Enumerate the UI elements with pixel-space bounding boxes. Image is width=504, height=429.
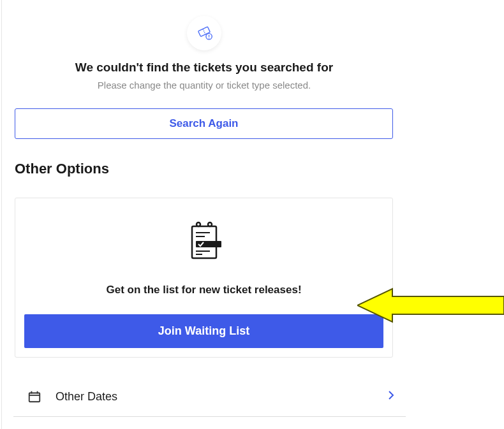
waiting-list-text: Get on the list for new ticket releases!	[24, 284, 383, 296]
clipboard-check-icon	[179, 217, 229, 267]
svg-rect-10	[196, 241, 221, 247]
ticket-icon-circle	[187, 16, 221, 50]
no-tickets-heading: We couldn't find the tickets you searche…	[15, 61, 394, 75]
svg-line-1	[203, 29, 205, 34]
other-dates-label: Other Dates	[56, 390, 388, 404]
svg-point-4	[209, 38, 209, 38]
other-options-title: Other Options	[15, 161, 394, 177]
waiting-list-card: Get on the list for new ticket releases!…	[15, 198, 393, 358]
other-events-link[interactable]: Other Events at Venue	[13, 417, 406, 429]
other-dates-link[interactable]: Other Dates	[13, 377, 406, 417]
no-tickets-subtext: Please change the quantity or ticket typ…	[15, 80, 394, 91]
calendar-icon	[26, 389, 43, 404]
join-waiting-list-button[interactable]: Join Waiting List	[24, 314, 383, 348]
ticket-alert-icon	[195, 24, 213, 42]
svg-point-6	[196, 222, 200, 226]
main-content: We couldn't find the tickets you searche…	[1, 0, 394, 429]
svg-point-7	[208, 222, 212, 226]
clipboard-icon-wrapper	[24, 217, 383, 267]
svg-rect-13	[29, 393, 40, 402]
chevron-right-icon	[388, 391, 394, 402]
search-again-button[interactable]: Search Again	[15, 108, 393, 139]
